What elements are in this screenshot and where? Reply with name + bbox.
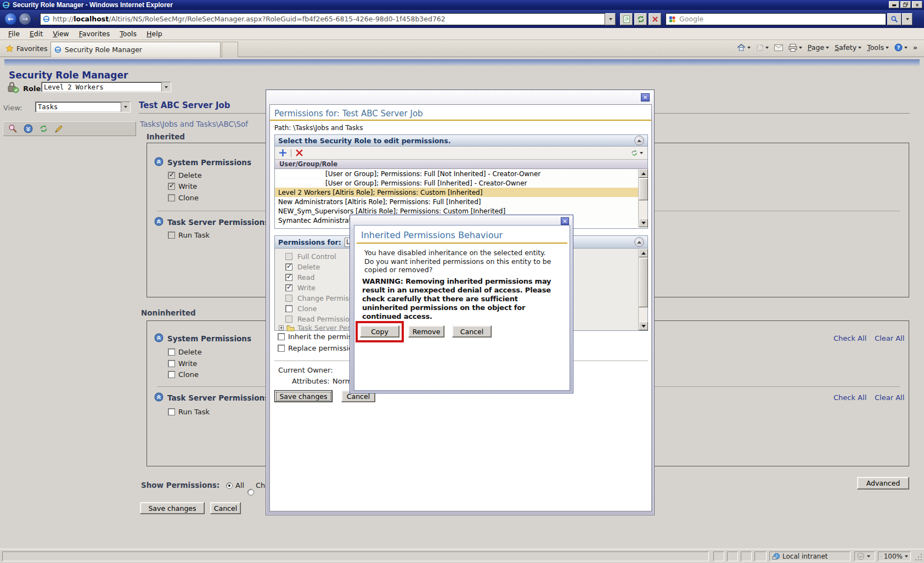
permissions-scrollbar[interactable]: [638, 249, 647, 330]
noninherited-delete-checkbox[interactable]: [168, 348, 175, 356]
help-button[interactable]: ?: [892, 42, 910, 53]
menu-edit[interactable]: Edit: [25, 29, 48, 39]
radio-all[interactable]: [226, 482, 233, 489]
behavior-dialog-close-icon[interactable]: ✕: [561, 217, 569, 225]
stop-button[interactable]: [649, 13, 661, 25]
page-menu-button[interactable]: Page: [805, 42, 831, 53]
inherited-write-checkbox[interactable]: [168, 183, 175, 190]
refresh-list-dropdown[interactable]: [640, 152, 643, 154]
scrollbar-thumb[interactable]: [639, 258, 648, 307]
full-control-checkbox[interactable]: [285, 253, 292, 260]
view-select-arrow[interactable]: [121, 102, 130, 112]
role-row-2[interactable]: [User or Group]; Permissions: Full [Inhe…: [275, 178, 638, 188]
write-checkbox[interactable]: [285, 284, 292, 291]
new-tab-stub[interactable]: [222, 42, 238, 57]
noninherited-clone-checkbox[interactable]: [168, 371, 175, 378]
favorites-button[interactable]: Favorites: [16, 44, 47, 53]
inherited-delete-checkbox[interactable]: [168, 172, 175, 179]
role-list-scrollbar[interactable]: [638, 169, 647, 227]
menu-help[interactable]: Help: [142, 29, 167, 39]
change-permissions-checkbox[interactable]: [285, 295, 292, 302]
menu-tools[interactable]: Tools: [115, 29, 142, 39]
page-cancel-button[interactable]: Cancel: [210, 502, 241, 514]
address-input[interactable]: http://localhost/Altiris/NS/RoleSecMgr/R…: [40, 13, 605, 25]
remove-button[interactable]: Remove: [408, 325, 444, 337]
noninherited-runtask-checkbox[interactable]: [168, 408, 175, 415]
back-button[interactable]: ←: [4, 13, 17, 25]
recent-pages-dropdown-icon[interactable]: [34, 18, 37, 20]
behavior-cancel-button[interactable]: Cancel: [452, 325, 492, 337]
zoom-cell[interactable]: 100%: [878, 551, 911, 561]
read-checkbox[interactable]: [285, 274, 292, 281]
role-row-1[interactable]: [User or Group]; Permissions: Full [Not …: [275, 169, 638, 178]
clear-all-system-link[interactable]: Clear All: [875, 334, 904, 342]
role-select[interactable]: Level 2 Workers: [41, 82, 171, 92]
zoom-dropdown-icon[interactable]: [905, 555, 908, 558]
refresh-button[interactable]: [634, 13, 647, 25]
role-row-selected[interactable]: Level 2 Workers [Altiris Role]; Permissi…: [275, 188, 638, 197]
scroll-down-icon[interactable]: [639, 218, 648, 227]
safety-menu-button[interactable]: Safety: [832, 42, 864, 53]
minimize-button[interactable]: ▬: [889, 1, 899, 8]
restore-button[interactable]: [900, 1, 911, 8]
dialog-save-changes-button[interactable]: Save changes: [274, 390, 333, 402]
expand-all-icon[interactable]: [24, 124, 33, 133]
scroll-down-icon[interactable]: [639, 322, 648, 330]
edit-pencil-icon[interactable]: [54, 124, 64, 133]
inherited-clone-checkbox[interactable]: [168, 194, 175, 201]
view-select[interactable]: Tasks: [35, 102, 131, 112]
menu-view[interactable]: View: [48, 29, 74, 39]
role-select-arrow[interactable]: [161, 82, 171, 92]
protected-mode-dropdown-icon[interactable]: [867, 555, 870, 558]
read-mail-button[interactable]: [772, 43, 785, 52]
menu-file[interactable]: File: [3, 29, 25, 39]
advanced-button[interactable]: Advanced: [857, 477, 909, 489]
inherit-permissions-checkbox[interactable]: [278, 333, 285, 340]
scroll-up-icon[interactable]: [639, 169, 648, 178]
add-role-icon[interactable]: [279, 149, 286, 156]
read-permissions-checkbox[interactable]: [285, 316, 292, 323]
scroll-up-icon[interactable]: [639, 249, 648, 257]
check-all-task-link[interactable]: Check All: [833, 393, 866, 402]
page-save-changes-button[interactable]: Save changes: [140, 502, 205, 514]
feeds-button[interactable]: [754, 43, 771, 53]
close-button[interactable]: ×: [912, 1, 922, 8]
radio-checked[interactable]: [247, 489, 254, 496]
refresh-list-icon[interactable]: [630, 149, 638, 157]
address-dropdown-button[interactable]: [605, 13, 616, 25]
search-input[interactable]: Google: [666, 13, 886, 25]
resize-grip[interactable]: [914, 553, 923, 561]
collapse-task-inherited-icon[interactable]: [154, 217, 164, 226]
replace-permissions-checkbox[interactable]: [278, 345, 285, 352]
delete-role-icon[interactable]: [296, 149, 303, 156]
inherited-runtask-checkbox[interactable]: [168, 232, 175, 239]
menu-favorites[interactable]: Favorites: [74, 29, 115, 39]
permissions-dialog-close-icon[interactable]: ✕: [641, 93, 650, 102]
protected-mode-cell[interactable]: [854, 551, 875, 561]
collapse-select-role-icon[interactable]: [634, 136, 644, 145]
collapse-system-noninherited-icon[interactable]: [154, 333, 164, 342]
scrollbar-thumb[interactable]: [639, 178, 648, 200]
tools-menu-button[interactable]: Tools: [865, 42, 891, 53]
collapse-task-noninherited-icon[interactable]: [154, 392, 164, 402]
delete-checkbox[interactable]: [285, 263, 292, 271]
role-row-4[interactable]: New Administrators [Altiris Role]; Permi…: [275, 197, 638, 206]
tab-security-role-manager[interactable]: Security Role Manager: [50, 42, 221, 57]
overflow-chevron[interactable]: »: [911, 42, 920, 53]
tree-expand-icon[interactable]: +: [279, 325, 284, 330]
clone-checkbox[interactable]: [285, 305, 292, 312]
compatibility-view-button[interactable]: [620, 13, 633, 25]
collapse-permissions-for-icon[interactable]: [634, 237, 644, 247]
print-button[interactable]: [786, 43, 804, 53]
search-go-button[interactable]: [887, 13, 902, 25]
forward-button[interactable]: →: [19, 13, 31, 25]
home-button[interactable]: [735, 42, 753, 53]
clear-all-task-link[interactable]: Clear All: [875, 393, 904, 402]
search-options-dropdown[interactable]: [902, 13, 912, 25]
noninherited-write-checkbox[interactable]: [168, 360, 175, 367]
refresh-tree-icon[interactable]: [39, 124, 48, 133]
collapse-system-inherited-icon[interactable]: [154, 157, 164, 166]
search-tool-icon[interactable]: [8, 124, 18, 133]
check-all-system-link[interactable]: Check All: [833, 334, 866, 342]
copy-button[interactable]: Copy: [360, 325, 399, 337]
